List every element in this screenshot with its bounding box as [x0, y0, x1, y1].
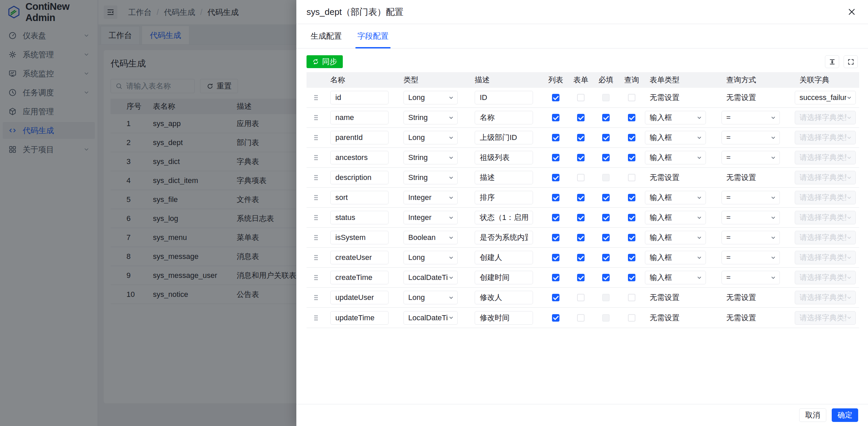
dict-select[interactable]: 请选择字典类型 — [795, 191, 856, 204]
list-checkbox[interactable] — [552, 294, 559, 301]
form-type-select[interactable]: 输入框 — [645, 131, 706, 144]
query-checkbox[interactable] — [628, 314, 635, 322]
field-name-input[interactable] — [330, 111, 389, 124]
form-checkbox[interactable] — [577, 174, 585, 181]
query-checkbox[interactable] — [628, 214, 635, 221]
field-type-select[interactable]: Boolean — [403, 231, 458, 244]
drag-handle-icon[interactable] — [307, 294, 326, 301]
form-type-select[interactable]: 输入框 — [645, 111, 706, 124]
list-checkbox[interactable] — [552, 94, 559, 101]
field-type-select[interactable]: Integer — [403, 191, 458, 204]
required-checkbox[interactable] — [602, 274, 610, 281]
form-checkbox[interactable] — [577, 254, 585, 261]
field-desc-input[interactable] — [475, 291, 533, 304]
field-name-input[interactable] — [330, 251, 389, 264]
field-desc-input[interactable] — [475, 271, 533, 284]
form-type-select[interactable]: 输入框 — [645, 151, 706, 164]
form-type-select[interactable]: 输入框 — [645, 211, 706, 224]
list-checkbox[interactable] — [552, 154, 559, 161]
field-desc-input[interactable] — [475, 231, 533, 244]
field-desc-input[interactable] — [475, 111, 533, 124]
query-checkbox[interactable] — [628, 114, 635, 121]
field-name-input[interactable] — [330, 131, 389, 144]
required-checkbox[interactable] — [602, 134, 610, 141]
tab-generate-config[interactable]: 生成配置 — [307, 24, 346, 48]
field-name-input[interactable] — [330, 291, 389, 304]
required-checkbox[interactable] — [602, 114, 610, 121]
field-type-select[interactable]: String — [403, 111, 458, 124]
required-checkbox[interactable] — [602, 254, 610, 261]
query-type-select[interactable]: = — [722, 231, 780, 244]
query-checkbox[interactable] — [628, 274, 635, 281]
field-type-select[interactable]: String — [403, 151, 458, 164]
dict-select[interactable]: 请选择字典类型 — [795, 231, 856, 244]
drag-handle-icon[interactable] — [307, 94, 326, 101]
field-name-input[interactable] — [330, 191, 389, 204]
row-height-button[interactable] — [825, 55, 839, 68]
required-checkbox[interactable] — [602, 154, 610, 161]
drag-handle-icon[interactable] — [307, 314, 326, 322]
field-type-select[interactable]: Long — [403, 251, 458, 264]
query-type-select[interactable]: = — [722, 151, 780, 164]
query-type-select[interactable]: = — [722, 131, 780, 144]
list-checkbox[interactable] — [552, 134, 559, 141]
form-checkbox[interactable] — [577, 214, 585, 221]
field-name-input[interactable] — [330, 311, 389, 325]
field-type-select[interactable]: LocalDateTime — [403, 271, 458, 284]
query-type-select[interactable]: = — [722, 251, 780, 264]
form-checkbox[interactable] — [577, 234, 585, 241]
drag-handle-icon[interactable] — [307, 254, 326, 261]
field-desc-input[interactable] — [475, 91, 533, 104]
list-checkbox[interactable] — [552, 174, 559, 181]
field-type-select[interactable]: Integer — [403, 211, 458, 224]
query-checkbox[interactable] — [628, 194, 635, 201]
dict-select[interactable]: 请选择字典类型 — [795, 311, 856, 325]
field-desc-input[interactable] — [475, 311, 533, 325]
required-checkbox[interactable] — [602, 234, 610, 241]
query-checkbox[interactable] — [628, 134, 635, 141]
drag-handle-icon[interactable] — [307, 114, 326, 121]
form-checkbox[interactable] — [577, 134, 585, 141]
query-checkbox[interactable] — [628, 254, 635, 261]
query-checkbox[interactable] — [628, 154, 635, 161]
dict-select[interactable]: 请选择字典类型 — [795, 211, 856, 224]
field-desc-input[interactable] — [475, 151, 533, 164]
form-type-select[interactable]: 输入框 — [645, 191, 706, 204]
tab-field-config[interactable]: 字段配置 — [353, 24, 393, 48]
field-desc-input[interactable] — [475, 251, 533, 264]
query-checkbox[interactable] — [628, 174, 635, 181]
required-checkbox[interactable] — [602, 214, 610, 221]
query-checkbox[interactable] — [628, 234, 635, 241]
form-checkbox[interactable] — [577, 274, 585, 281]
form-type-select[interactable]: 输入框 — [645, 231, 706, 244]
dict-select[interactable]: 请选择字典类型 — [795, 291, 856, 304]
form-checkbox[interactable] — [577, 294, 585, 301]
list-checkbox[interactable] — [552, 214, 559, 221]
field-name-input[interactable] — [330, 211, 389, 224]
query-type-select[interactable]: = — [722, 191, 780, 204]
form-checkbox[interactable] — [577, 194, 585, 201]
field-desc-input[interactable] — [475, 171, 533, 184]
required-checkbox[interactable] — [602, 194, 610, 201]
list-checkbox[interactable] — [552, 194, 559, 201]
query-type-select[interactable]: = — [722, 111, 780, 124]
required-checkbox[interactable] — [602, 174, 610, 181]
list-checkbox[interactable] — [552, 254, 559, 261]
query-type-select[interactable]: = — [722, 211, 780, 224]
dict-select[interactable]: 请选择字典类型 — [795, 171, 856, 184]
drag-handle-icon[interactable] — [307, 274, 326, 281]
dict-select[interactable]: 请选择字典类型 — [795, 151, 856, 164]
form-type-select[interactable]: 输入框 — [645, 271, 706, 284]
required-checkbox[interactable] — [602, 314, 610, 322]
dict-select[interactable]: 请选择字典类型 — [795, 251, 856, 264]
query-type-select[interactable]: = — [722, 271, 780, 284]
sync-button[interactable]: 同步 — [307, 55, 343, 68]
drag-handle-icon[interactable] — [307, 194, 326, 201]
dict-select[interactable]: 请选择字典类型 — [795, 271, 856, 284]
field-type-select[interactable]: Long — [403, 291, 458, 304]
drag-handle-icon[interactable] — [307, 154, 326, 161]
close-button[interactable] — [846, 6, 858, 18]
fullscreen-button[interactable] — [844, 55, 858, 68]
list-checkbox[interactable] — [552, 274, 559, 281]
list-checkbox[interactable] — [552, 114, 559, 121]
